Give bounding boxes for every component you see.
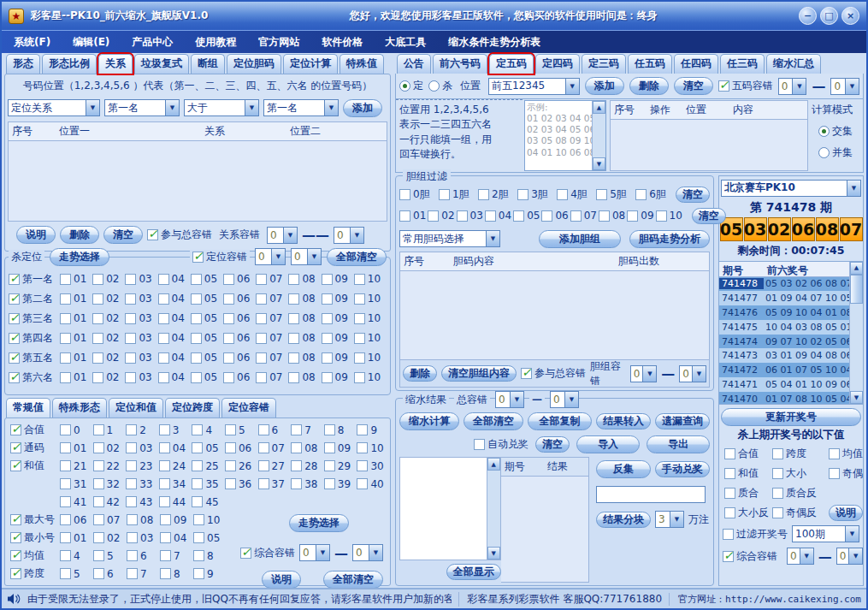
- kill-row-toggle-6[interactable]: 第六名: [9, 370, 60, 385]
- values-clear-all-button[interactable]: 全部清空: [323, 571, 383, 589]
- value-num-checkbox-33[interactable]: 33: [126, 478, 159, 490]
- kill-num-checkbox-05[interactable]: 05: [191, 312, 223, 324]
- value-num-checkbox-07[interactable]: 07: [258, 442, 292, 454]
- value-num-checkbox-30[interactable]: 30: [357, 460, 390, 472]
- left-tab-5[interactable]: 断组: [191, 54, 225, 74]
- join-total-tolerance-checkbox[interactable]: 参与总容错: [147, 228, 212, 242]
- dan-num-checkbox-04[interactable]: 04: [485, 210, 511, 222]
- value-row-toggle-3[interactable]: 和值: [10, 459, 44, 473]
- kill-num-checkbox-01[interactable]: 01: [60, 273, 92, 285]
- dan-tolerance-to-select[interactable]: 0▼: [679, 365, 706, 382]
- value-num-checkbox-05[interactable]: 05: [192, 442, 225, 454]
- dan-num-checkbox-02[interactable]: 02: [428, 210, 454, 222]
- clear-relation-button[interactable]: 清空: [103, 226, 143, 244]
- last-draw-kill-checkbox-2[interactable]: 跨度: [772, 447, 829, 461]
- five-code-tolerance-from-select[interactable]: 0▼: [778, 78, 807, 95]
- filter-draws-checkbox[interactable]: 过滤开奖号: [723, 527, 788, 542]
- kill-num-checkbox-08[interactable]: 08: [288, 312, 321, 324]
- kill-num-checkbox-02[interactable]: 02: [92, 371, 125, 383]
- values-trend-button[interactable]: 走势选择: [289, 514, 349, 532]
- value-num-checkbox-6[interactable]: 6: [93, 568, 127, 580]
- history-scrollbar[interactable]: ▲▼: [849, 262, 863, 405]
- result-scrollbar[interactable]: ▲▼: [487, 458, 500, 560]
- value-num-checkbox-45[interactable]: 45: [192, 496, 225, 508]
- value-num-checkbox-5[interactable]: 5: [225, 424, 258, 436]
- kill-num-checkbox-06[interactable]: 06: [223, 312, 256, 324]
- last-draw-kill-checkbox-5[interactable]: 大小: [772, 466, 829, 481]
- value-num-checkbox-22[interactable]: 22: [93, 460, 127, 472]
- value-tab-1[interactable]: 常规值: [6, 398, 50, 418]
- kill-num-checkbox-03[interactable]: 03: [125, 273, 157, 285]
- value-num-checkbox-02[interactable]: 02: [93, 532, 127, 544]
- value-row-toggle-2[interactable]: 通码: [10, 441, 44, 455]
- value-num-checkbox-05[interactable]: 05: [193, 532, 227, 544]
- dan-count-checkbox-0[interactable]: 0胆: [399, 187, 430, 202]
- value-num-checkbox-04[interactable]: 04: [159, 442, 192, 454]
- menu-item-5[interactable]: 官方网站: [258, 35, 299, 50]
- history-row-6[interactable]: 74147303 01 09 04 08 06: [719, 348, 849, 363]
- value-num-checkbox-7[interactable]: 7: [127, 568, 160, 580]
- last-draw-kill-checkbox-6[interactable]: 奇偶: [829, 466, 863, 481]
- kill-num-checkbox-07[interactable]: 07: [256, 371, 288, 383]
- value-num-checkbox-44[interactable]: 44: [159, 496, 192, 508]
- kill-num-checkbox-09[interactable]: 09: [322, 371, 354, 383]
- kill-num-checkbox-10[interactable]: 10: [354, 352, 387, 364]
- kill-num-checkbox-04[interactable]: 04: [158, 332, 191, 344]
- kill-num-checkbox-03[interactable]: 03: [125, 332, 157, 344]
- reverse-set-button[interactable]: 反集: [596, 460, 651, 478]
- value-num-checkbox-8[interactable]: 8: [324, 424, 357, 436]
- value-num-checkbox-09[interactable]: 09: [160, 514, 193, 526]
- example-box[interactable]: 示例:01 02 03 04 0502 03 04 05 0603 05 08 …: [524, 100, 606, 171]
- kill-trend-button[interactable]: 走势选择: [50, 248, 109, 266]
- result-table-body[interactable]: [501, 477, 588, 582]
- kill-num-checkbox-10[interactable]: 10: [354, 371, 387, 383]
- operator-select[interactable]: 大于▼: [184, 99, 259, 116]
- right-tab-3[interactable]: 定五码: [489, 54, 534, 74]
- last-draw-kill-checkbox-7[interactable]: 质合: [724, 486, 772, 500]
- value-num-checkbox-21[interactable]: 21: [60, 460, 93, 472]
- kill-num-checkbox-03[interactable]: 03: [125, 293, 157, 305]
- last-draw-explain-button[interactable]: 说明: [829, 505, 863, 521]
- value-num-checkbox-06[interactable]: 06: [60, 514, 93, 526]
- right-tab-2[interactable]: 前六号码: [433, 54, 487, 74]
- prize-input[interactable]: [596, 486, 706, 503]
- last-draw-kill-checkbox-4[interactable]: 和值: [724, 466, 772, 481]
- kill-num-checkbox-06[interactable]: 06: [223, 332, 256, 344]
- history-row-7[interactable]: 74147206 01 07 05 10 04: [719, 363, 849, 377]
- menu-item-6[interactable]: 软件价格: [322, 35, 363, 50]
- dan-num-checkbox-07[interactable]: 07: [570, 210, 597, 222]
- shrink-calc-button[interactable]: 缩水计算: [399, 412, 459, 430]
- kill-num-checkbox-10[interactable]: 10: [354, 312, 387, 324]
- value-tab-3[interactable]: 定位和值: [109, 398, 163, 418]
- last-draw-kill-checkbox-8[interactable]: 质合反: [772, 486, 829, 500]
- manual-prize-button[interactable]: 手动兑奖: [655, 461, 710, 477]
- value-num-checkbox-34[interactable]: 34: [159, 478, 192, 490]
- kill-num-checkbox-02[interactable]: 02: [92, 352, 125, 364]
- value-num-checkbox-27[interactable]: 27: [258, 460, 292, 472]
- left-tab-3[interactable]: 关系: [98, 54, 133, 74]
- value-num-checkbox-9[interactable]: 9: [193, 568, 227, 580]
- value-num-checkbox-7[interactable]: 7: [160, 550, 193, 562]
- kill-row-toggle-1[interactable]: 第一名: [9, 272, 60, 287]
- value-num-checkbox-3[interactable]: 3: [159, 424, 192, 436]
- dan-tolerance-from-select[interactable]: 0▼: [630, 365, 658, 382]
- kill-num-checkbox-04[interactable]: 04: [158, 273, 191, 285]
- dan-num-checkbox-01[interactable]: 01: [399, 210, 426, 222]
- kill-num-checkbox-07[interactable]: 07: [256, 293, 288, 305]
- dan-clear-content-button[interactable]: 清空胆组内容: [441, 365, 517, 382]
- dan-count-checkbox-4[interactable]: 4胆: [557, 187, 588, 202]
- dan-num-checkbox-03[interactable]: 03: [457, 210, 483, 222]
- kill-num-checkbox-04[interactable]: 04: [158, 312, 191, 324]
- last-draw-kill-checkbox-1[interactable]: 合值: [724, 447, 772, 461]
- status-website[interactable]: 官方网址：http://www.caikexing.com: [669, 593, 861, 606]
- kill-num-checkbox-01[interactable]: 01: [60, 352, 92, 364]
- value-num-checkbox-08[interactable]: 08: [127, 514, 160, 526]
- last-draw-kill-checkbox-9[interactable]: 大小反: [724, 506, 772, 520]
- left-tab-1[interactable]: 形态: [6, 54, 40, 74]
- add-relation-button[interactable]: 添加: [343, 99, 382, 117]
- position-tolerance-from-select[interactable]: 0▼: [255, 248, 286, 265]
- kill-num-checkbox-07[interactable]: 07: [256, 332, 288, 344]
- value-num-checkbox-36[interactable]: 36: [225, 478, 258, 490]
- export-button[interactable]: 导出: [647, 435, 710, 453]
- value-num-checkbox-40[interactable]: 40: [357, 478, 390, 490]
